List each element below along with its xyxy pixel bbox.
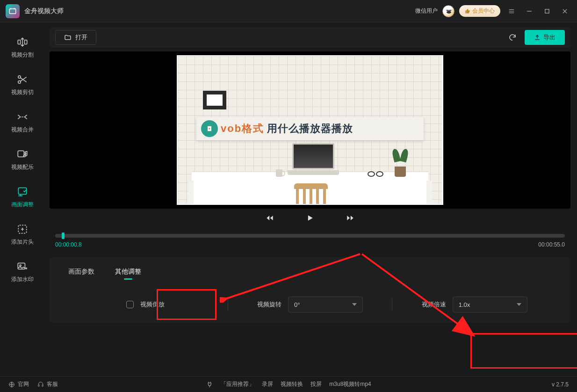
version-label: v 2.7.5 <box>552 381 569 388</box>
minimize-button[interactable] <box>523 5 536 18</box>
scissors-icon <box>16 73 29 86</box>
svg-point-4 <box>18 75 21 78</box>
folder-icon <box>64 34 72 41</box>
maximize-button[interactable] <box>541 5 554 18</box>
export-label: 导出 <box>543 33 555 42</box>
speed-group: 视频倍速 1.0x <box>392 297 556 312</box>
sidebar-item-cut[interactable]: 视频剪切 <box>6 68 39 101</box>
settings-panel: 画面参数 其他调整 视频倒放 视频旋转 0° 视频倍速 1.0x <box>50 257 570 323</box>
sidebar-item-music[interactable]: 视频配乐 <box>6 143 39 176</box>
speed-value: 1.0x <box>459 301 470 308</box>
refresh-button[interactable] <box>505 30 520 45</box>
sidebar-item-adjust[interactable]: 画面调整 <box>6 181 39 213</box>
play-button[interactable] <box>304 212 316 224</box>
globe-icon <box>8 381 15 388</box>
music-icon <box>16 148 29 160</box>
chevron-down-icon <box>352 302 357 307</box>
footer-m3u8[interactable]: m3u8视频转mp4 <box>329 380 371 388</box>
menu-button[interactable] <box>505 5 518 18</box>
headset-icon <box>37 381 44 388</box>
footer-video-convert[interactable]: 视频转换 <box>281 380 303 388</box>
timeline-playhead[interactable] <box>62 232 65 239</box>
merge-icon <box>16 111 29 123</box>
tab-params[interactable]: 画面参数 <box>58 257 105 286</box>
video-frame: vob格式 用什么播放器播放 <box>177 55 443 205</box>
svg-rect-0 <box>9 8 16 14</box>
play-icon <box>305 213 315 223</box>
sidebar-item-label: 添加片头 <box>11 238 34 246</box>
chevron-down-icon <box>517 302 521 307</box>
open-button[interactable]: 打开 <box>55 30 96 45</box>
rotate-value: 0° <box>294 301 300 308</box>
sidebar-item-intro[interactable]: 添加片头 <box>6 218 39 251</box>
timeline-track[interactable] <box>55 234 565 238</box>
forward-icon <box>346 213 355 223</box>
adjust-icon <box>16 186 29 198</box>
open-label: 打开 <box>75 33 87 42</box>
svg-rect-3 <box>24 40 27 44</box>
video-preview[interactable]: vob格式 用什么播放器播放 <box>50 51 570 209</box>
sidebar-item-label: 视频分割 <box>11 51 34 59</box>
banner-text-1: vob格式 <box>221 122 264 136</box>
footer-service[interactable]: 客服 <box>37 380 58 388</box>
sidebar-item-label: 视频配乐 <box>11 163 34 171</box>
annotation-box-speed <box>470 333 577 369</box>
tab-other-adjust[interactable]: 其他调整 <box>105 257 151 286</box>
rotate-label: 视频旋转 <box>257 300 281 309</box>
vip-center-button[interactable]: 会员中心 <box>459 5 500 17</box>
sidebar-item-watermark[interactable]: 添加水印 <box>6 255 39 288</box>
time-total: 00:00:55.0 <box>538 241 565 248</box>
banner-text-2: 用什么播放器播放 <box>267 122 353 136</box>
export-button[interactable]: 导出 <box>525 30 565 45</box>
time-current: 00:00:00.8 <box>55 241 82 248</box>
app-logo-icon <box>6 4 20 18</box>
play-file-icon <box>201 120 218 137</box>
controls-row: 视频倒放 视频旋转 0° 视频倍速 1.0x <box>50 286 570 312</box>
app-title: 金舟视频大师 <box>24 7 64 15</box>
svg-point-5 <box>18 80 21 83</box>
svg-rect-1 <box>545 9 549 13</box>
svg-rect-15 <box>38 385 39 386</box>
speed-label: 视频倍速 <box>422 300 446 309</box>
sidebar-item-label: 视频合并 <box>11 126 34 134</box>
svg-rect-2 <box>18 40 20 44</box>
footer-cast[interactable]: 投屏 <box>310 380 322 388</box>
footer-center: 「应用推荐」 录屏 视频转换 投屏 m3u8视频转mp4 <box>206 380 371 388</box>
timeline-area: 00:00:00.8 00:00:55.0 <box>50 227 570 251</box>
playback-controls <box>50 209 570 227</box>
split-icon <box>16 36 29 48</box>
rewind-button[interactable] <box>264 212 276 224</box>
watermark-icon <box>16 261 29 273</box>
toolbar: 打开 导出 <box>50 27 570 48</box>
rotate-group: 视频旋转 0° <box>228 297 392 312</box>
tabs-row: 画面参数 其他调整 <box>50 257 570 286</box>
main-area: 打开 导出 vob格式 用什么播放器播放 <box>45 22 577 376</box>
refresh-icon <box>508 33 517 42</box>
sidebar-item-label: 添加水印 <box>11 276 34 283</box>
footer-screen-record[interactable]: 录屏 <box>262 380 273 388</box>
annotation-box-tab <box>157 289 216 320</box>
wechat-user-label: 微信用户 <box>415 7 438 15</box>
sidebar-item-merge[interactable]: 视频合并 <box>6 106 39 138</box>
close-button[interactable] <box>558 5 571 18</box>
thumbs-up-icon <box>465 8 470 14</box>
forward-button[interactable] <box>344 212 356 224</box>
footer-official[interactable]: 官网 <box>8 380 29 388</box>
svg-rect-16 <box>42 385 43 386</box>
speed-select[interactable]: 1.0x <box>453 297 527 312</box>
rewind-icon <box>265 213 274 223</box>
plug-icon <box>206 381 213 388</box>
footer-recommend[interactable]: 「应用推荐」 <box>221 380 254 388</box>
rotate-select[interactable]: 0° <box>288 297 363 312</box>
vip-label: 会员中心 <box>472 7 495 15</box>
upload-icon <box>534 34 541 41</box>
sidebar-item-label: 视频剪切 <box>11 88 34 96</box>
sidebar: 视频分割 视频剪切 视频合并 视频配乐 画面调整 添加片头 添加水印 <box>0 22 45 376</box>
reverse-checkbox[interactable] <box>126 301 134 308</box>
footer: 官网 客服 「应用推荐」 录屏 视频转换 投屏 m3u8视频转mp4 v 2.7… <box>0 376 577 392</box>
intro-icon <box>16 223 29 235</box>
titlebar: 金舟视频大师 微信用户 会员中心 <box>0 0 577 22</box>
sidebar-item-label: 画面调整 <box>11 201 34 209</box>
user-avatar[interactable] <box>442 5 454 17</box>
sidebar-item-split[interactable]: 视频分割 <box>6 31 39 64</box>
